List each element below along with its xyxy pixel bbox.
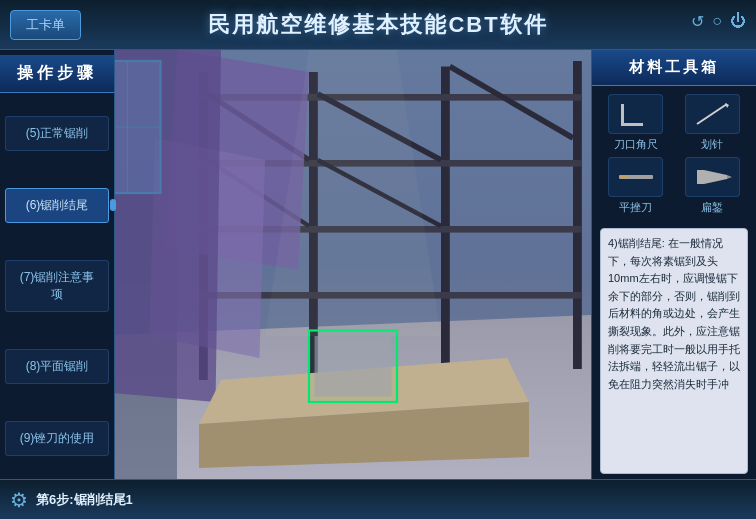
tool-item-3[interactable]: 平挫刀 bbox=[600, 157, 672, 215]
svg-marker-35 bbox=[727, 175, 732, 179]
svg-line-30 bbox=[697, 104, 727, 124]
power-icon[interactable]: ⏻ bbox=[730, 12, 746, 31]
tool-label-4: 扁錾 bbox=[701, 200, 723, 215]
sidebar-item-step5[interactable]: (5)正常锯削 bbox=[5, 116, 109, 151]
tool-label-1: 刀口角尺 bbox=[614, 137, 658, 152]
sidebar-item-step9[interactable]: (9)锉刀的使用 bbox=[5, 421, 109, 456]
bottom-bar: ⚙ 第6步:锯削结尾1 bbox=[0, 479, 756, 519]
workorder-button[interactable]: 工卡单 bbox=[10, 10, 81, 40]
tool-item-2[interactable]: 划针 bbox=[677, 94, 749, 152]
svg-marker-34 bbox=[697, 170, 727, 184]
scene-area bbox=[115, 50, 591, 479]
bottom-label: 第6步:锯削结尾1 bbox=[36, 491, 133, 509]
sidebar-items: (5)正常锯削 (6)锯削结尾 (7)锯削注意事项 (8)平面锯削 (9)锉刀的… bbox=[0, 93, 114, 479]
info-text: 4)锯削结尾: 在一般情况下，每次将素锯到及头10mm左右时，应调慢锯下余下的部… bbox=[608, 235, 740, 393]
main-area: 操作步骤 (5)正常锯削 (6)锯削结尾 (7)锯削注意事项 (8)平面锯削 (… bbox=[0, 50, 756, 479]
svg-rect-7 bbox=[573, 61, 582, 369]
svg-rect-33 bbox=[619, 176, 627, 178]
svg-rect-6 bbox=[441, 67, 450, 375]
svg-rect-23 bbox=[315, 336, 392, 397]
sidebar-item-step6[interactable]: (6)锯削结尾 bbox=[5, 188, 109, 223]
tool-label-2: 划针 bbox=[701, 137, 723, 152]
home-icon[interactable]: ○ bbox=[712, 12, 722, 31]
app-title: 民用航空维修基本技能CBT软件 bbox=[208, 10, 547, 40]
svg-rect-28 bbox=[621, 104, 624, 126]
header: 工卡单 民用航空维修基本技能CBT软件 ↺ ○ ⏻ bbox=[0, 0, 756, 50]
sidebar-item-step8[interactable]: (8)平面锯削 bbox=[5, 349, 109, 384]
tool-item-1[interactable]: 刀口角尺 bbox=[600, 94, 672, 152]
svg-rect-29 bbox=[621, 123, 643, 126]
sidebar: 操作步骤 (5)正常锯削 (6)锯削结尾 (7)锯削注意事项 (8)平面锯削 (… bbox=[0, 50, 115, 479]
tools-grid: 刀口角尺 划针 bbox=[592, 86, 756, 223]
gear-icon: ⚙ bbox=[10, 488, 28, 512]
refresh-icon[interactable]: ↺ bbox=[691, 12, 704, 31]
tool-item-4[interactable]: 扁錾 bbox=[677, 157, 749, 215]
tool-label-3: 平挫刀 bbox=[619, 200, 652, 215]
tool-icon-3 bbox=[608, 157, 663, 197]
tool-icon-1 bbox=[608, 94, 663, 134]
scene-svg bbox=[115, 50, 591, 479]
sidebar-title: 操作步骤 bbox=[0, 55, 114, 93]
tool-icon-4 bbox=[685, 157, 740, 197]
info-box: 4)锯削结尾: 在一般情况下，每次将素锯到及头10mm左右时，应调慢锯下余下的部… bbox=[600, 228, 748, 474]
header-icons: ↺ ○ ⏻ bbox=[691, 12, 746, 31]
toolbox-title: 材料工具箱 bbox=[592, 50, 756, 86]
right-panel: 材料工具箱 刀口角尺 bbox=[591, 50, 756, 479]
sidebar-item-step7[interactable]: (7)锯削注意事项 bbox=[5, 260, 109, 312]
tool-icon-2 bbox=[685, 94, 740, 134]
